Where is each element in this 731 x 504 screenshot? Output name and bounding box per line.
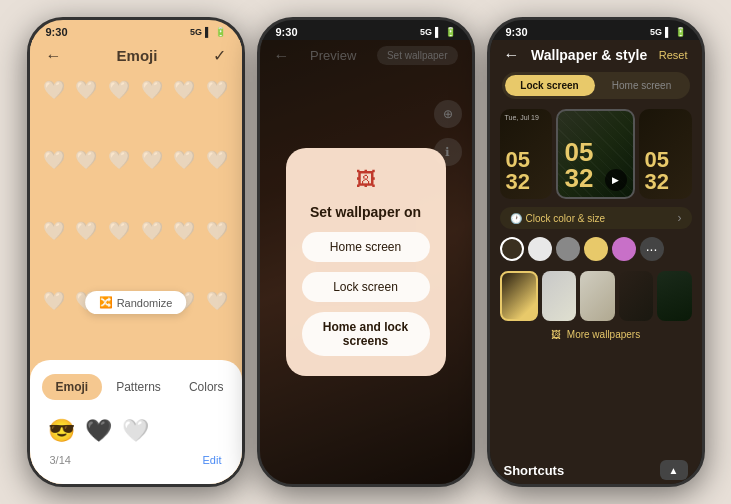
status-bar-2: 9:30 5G ▌ 🔋 — [260, 20, 472, 40]
status-icons-2: 5G ▌ 🔋 — [420, 27, 455, 37]
wallpaper-previews: Tue, Jul 19 05 32 05 32 ▶ 05 32 — [490, 103, 702, 205]
pattern-emoji: 🤍 — [205, 220, 230, 282]
tab-home-screen[interactable]: Home screen — [597, 75, 687, 96]
wallpaper-topbar: ← Wallpaper & style Reset — [490, 40, 702, 68]
time-1: 9:30 — [46, 26, 68, 38]
lock-screen-button[interactable]: Lock screen — [302, 272, 430, 302]
status-icons-1: 5G ▌ 🔋 — [190, 27, 225, 37]
clock-color-size-row[interactable]: 🕐 Clock color & size › — [500, 207, 692, 229]
emoji-selection-row: 😎 🖤 🤍 — [42, 414, 230, 448]
signal-icon-3: ▌ — [665, 27, 671, 37]
clock-hour-right: 05 — [645, 149, 669, 171]
shortcuts-bar: Shortcuts ▲ — [490, 454, 702, 484]
phone-wallpaper-style: 9:30 5G ▌ 🔋 ← Wallpaper & style Reset Lo… — [487, 17, 705, 487]
randomize-button[interactable]: 🔀 Randomize — [85, 291, 187, 314]
tab-patterns[interactable]: Patterns — [102, 374, 175, 400]
shortcuts-expand-button[interactable]: ▲ — [660, 460, 688, 480]
home-screen-button[interactable]: Home screen — [302, 232, 430, 262]
pattern-emoji: 🤍 — [107, 149, 132, 211]
pattern-emoji: 🤍 — [42, 290, 67, 352]
page-counter: 3/14 — [50, 454, 71, 466]
wp-thumb-2[interactable] — [542, 271, 576, 321]
emoji-item-1[interactable]: 🖤 — [85, 418, 112, 444]
checkmark-button[interactable]: ✓ — [213, 46, 226, 65]
wp-thumb-1[interactable] — [500, 271, 538, 321]
wp-preview-center[interactable]: 05 32 ▶ — [556, 109, 634, 199]
pattern-emoji: 🤍 — [42, 220, 67, 282]
color-swatch-white[interactable] — [528, 237, 552, 261]
media-control-badge[interactable]: ▶ — [605, 169, 627, 191]
page-title-1: Emoji — [117, 47, 158, 64]
preview-screen: ← Preview Set wallpaper ⊕ ℹ 🖼 Set wallpa… — [260, 40, 472, 484]
emoji-item-0[interactable]: 😎 — [48, 418, 75, 444]
edit-button[interactable]: Edit — [203, 454, 222, 466]
color-swatches: ··· — [490, 231, 702, 267]
emoji-topbar: ← Emoji ✓ — [30, 40, 242, 71]
reset-button[interactable]: Reset — [659, 49, 688, 61]
tab-emoji[interactable]: Emoji — [42, 374, 103, 400]
emoji-pattern-grid: 🤍 🤍 🤍 🤍 🤍 🤍 🤍 🤍 🤍 🤍 🤍 🤍 🤍 🤍 🤍 🤍 🤍 🤍 🤍 🤍 … — [30, 71, 242, 360]
status-icons-3: 5G ▌ 🔋 — [650, 27, 685, 37]
network-3: 5G — [650, 27, 662, 37]
battery-icon-1: 🔋 — [215, 27, 226, 37]
chevron-right-icon: › — [678, 211, 682, 225]
pattern-emoji: 🤍 — [205, 79, 230, 141]
category-panel: Emoji Patterns Colors 😎 🖤 🤍 3/14 Edit — [30, 360, 242, 484]
pattern-emoji: 🤍 — [74, 79, 99, 141]
phone-emoji: 9:30 5G ▌ 🔋 ← Emoji ✓ 🤍 🤍 🤍 🤍 🤍 🤍 🤍 🤍 🤍 … — [27, 17, 245, 487]
clock-icon: 🕐 — [510, 213, 522, 224]
chevron-up-icon: ▲ — [669, 465, 679, 476]
shortcuts-label: Shortcuts — [504, 463, 565, 478]
wp-preview-right[interactable]: 05 32 — [639, 109, 692, 199]
time-3: 9:30 — [506, 26, 528, 38]
pattern-emoji: 🤍 — [42, 149, 67, 211]
status-bar-3: 9:30 5G ▌ 🔋 — [490, 20, 702, 40]
pattern-emoji: 🤍 — [42, 79, 67, 141]
network-1: 5G — [190, 27, 202, 37]
signal-icon-1: ▌ — [205, 27, 211, 37]
lock-home-tabs: Lock screen Home screen — [502, 72, 690, 99]
color-swatch-dark[interactable] — [500, 237, 524, 261]
pattern-emoji: 🤍 — [139, 220, 164, 282]
pattern-emoji: 🤍 — [205, 290, 230, 352]
wp-thumb-4[interactable] — [619, 271, 653, 321]
page-footer: 3/14 Edit — [42, 448, 230, 468]
home-and-lock-button[interactable]: Home and lock screens — [302, 312, 430, 356]
color-swatch-purple[interactable] — [612, 237, 636, 261]
phone-preview: 9:30 5G ▌ 🔋 ← Preview Set wallpaper ⊕ ℹ … — [257, 17, 475, 487]
clock-min-left: 32 — [506, 171, 530, 193]
page-title-3: Wallpaper & style — [531, 47, 647, 63]
pattern-emoji: 🤍 — [172, 79, 197, 141]
status-bar-1: 9:30 5G ▌ 🔋 — [30, 20, 242, 40]
more-wallpapers-button[interactable]: 🖼 More wallpapers — [490, 325, 702, 344]
date-badge: Tue, Jul 19 — [505, 114, 539, 122]
back-button-3[interactable]: ← — [504, 46, 520, 64]
pattern-emoji: 🤍 — [172, 220, 197, 282]
clock-hour-left: 05 — [506, 149, 530, 171]
wp-thumb-5[interactable] — [657, 271, 691, 321]
tab-lock-screen[interactable]: Lock screen — [505, 75, 595, 96]
more-colors-button[interactable]: ··· — [640, 237, 664, 261]
randomize-icon: 🔀 — [99, 296, 113, 309]
wp-thumb-3[interactable] — [580, 271, 614, 321]
clock-min-right: 32 — [645, 171, 669, 193]
pattern-emoji: 🤍 — [139, 79, 164, 141]
pattern-emoji: 🤍 — [74, 149, 99, 211]
pattern-emoji: 🤍 — [139, 149, 164, 211]
pattern-emoji: 🤍 — [107, 79, 132, 141]
wp-preview-left[interactable]: Tue, Jul 19 05 32 — [500, 109, 553, 199]
back-button-1[interactable]: ← — [46, 47, 62, 65]
pattern-emoji: 🤍 — [74, 220, 99, 282]
color-swatch-yellow[interactable] — [584, 237, 608, 261]
battery-icon-3: 🔋 — [675, 27, 686, 37]
color-swatch-gray[interactable] — [556, 237, 580, 261]
pattern-emoji: 🤍 — [172, 149, 197, 211]
pattern-emoji: 🤍 — [107, 220, 132, 282]
set-wallpaper-dialog: 🖼 Set wallpaper on Home screen Lock scre… — [286, 148, 446, 375]
tab-colors[interactable]: Colors — [175, 374, 238, 400]
battery-icon-2: 🔋 — [445, 27, 456, 37]
emoji-item-2[interactable]: 🤍 — [122, 418, 149, 444]
time-2: 9:30 — [276, 26, 298, 38]
clock-right: 05 32 — [645, 149, 669, 193]
clock-center: 05 32 — [564, 139, 593, 191]
